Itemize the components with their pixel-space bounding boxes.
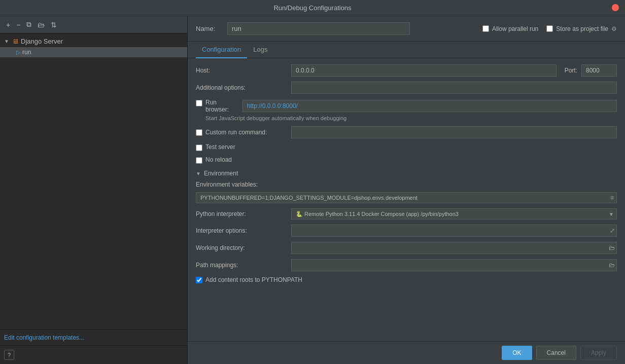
left-panel: + − ⧉ 🗁 ⇅ ▼ 🖥 Django Server ▷ run Edit c… xyxy=(0,16,188,364)
working-dir-label: Working directory: xyxy=(196,244,287,251)
close-button[interactable] xyxy=(612,4,619,11)
tab-configuration[interactable]: Configuration xyxy=(196,42,247,58)
add-roots-checkbox[interactable] xyxy=(196,277,202,283)
config-tree: ▼ 🖥 Django Server ▷ run xyxy=(0,33,187,330)
env-vars-label: Environment variables: xyxy=(196,181,617,188)
working-dir-input-wrapper: 🗁 xyxy=(291,242,617,254)
environment-label: Environment xyxy=(204,170,238,177)
path-mappings-row: Path mappings: 🗁 xyxy=(196,259,617,271)
custom-run-label[interactable]: Custom run command: xyxy=(205,129,267,136)
run-config-icon: ▷ xyxy=(16,49,20,56)
interpreter-label: Python interpreter: xyxy=(196,210,287,217)
config-tabs: Configuration Logs xyxy=(188,42,625,58)
folder-config-button[interactable]: 🗁 xyxy=(36,20,47,30)
test-server-label[interactable]: Test server xyxy=(205,143,235,151)
interpreter-options-label: Interpreter options: xyxy=(196,227,287,234)
interpreter-select[interactable]: 🐍 Remote Python 3.11.4 Docker Compose (a… xyxy=(291,208,617,220)
interpreter-options-input[interactable] xyxy=(291,225,617,237)
environment-section-header[interactable]: ▼ Environment xyxy=(196,170,617,177)
name-label: Name: xyxy=(196,25,221,32)
no-reload-row: No reload xyxy=(196,156,617,164)
working-dir-row: Working directory: 🗁 xyxy=(196,242,617,254)
allow-parallel-group: Allow parallel run xyxy=(482,25,538,32)
config-name-input[interactable] xyxy=(227,22,410,35)
left-panel-footer: Edit configuration templates... xyxy=(0,330,187,345)
env-vars-input[interactable] xyxy=(196,192,617,203)
working-dir-browse-icon[interactable]: 🗁 xyxy=(609,244,615,251)
remove-config-button[interactable]: − xyxy=(14,20,22,30)
path-mappings-browse-icon[interactable]: 🗁 xyxy=(609,262,615,269)
allow-parallel-label[interactable]: Allow parallel run xyxy=(492,25,538,32)
title-bar: Run/Debug Configurations xyxy=(0,0,625,16)
django-server-icon: 🖥 xyxy=(12,38,19,45)
run-browser-row: Run browser: Start JavaScript debugger a… xyxy=(196,99,617,121)
port-input[interactable] xyxy=(581,64,617,77)
run-browser-label[interactable]: Run browser: xyxy=(205,99,238,113)
sort-config-button[interactable]: ⇅ xyxy=(49,20,59,30)
tree-group-django[interactable]: ▼ 🖥 Django Server xyxy=(0,35,187,47)
add-config-button[interactable]: + xyxy=(4,20,12,30)
copy-config-button[interactable]: ⧉ xyxy=(24,19,33,30)
path-mappings-label: Path mappings: xyxy=(196,262,287,269)
store-as-project-checkbox[interactable] xyxy=(546,25,553,32)
store-as-project-label[interactable]: Store as project file xyxy=(556,25,608,32)
custom-run-input[interactable] xyxy=(291,126,617,138)
edit-templates-link[interactable]: Edit configuration templates... xyxy=(4,334,84,341)
toolbar: + − ⧉ 🗁 ⇅ xyxy=(0,16,187,33)
apply-button[interactable]: Apply xyxy=(580,346,617,360)
main-content: + − ⧉ 🗁 ⇅ ▼ 🖥 Django Server ▷ run Edit c… xyxy=(0,16,625,364)
tab-logs[interactable]: Logs xyxy=(247,42,273,58)
tree-item-label: run xyxy=(22,49,31,56)
host-input[interactable] xyxy=(291,64,557,77)
interpreter-select-wrapper: 🐍 Remote Python 3.11.4 Docker Compose (a… xyxy=(291,208,617,220)
tree-collapse-arrow: ▼ xyxy=(4,39,10,44)
cancel-button[interactable]: Cancel xyxy=(536,346,576,360)
host-label: Host: xyxy=(196,67,287,74)
environment-arrow-icon: ▼ xyxy=(196,171,201,176)
run-browser-checkbox[interactable] xyxy=(196,100,202,106)
test-server-row: Test server xyxy=(196,143,617,151)
path-mappings-input-wrapper: 🗁 xyxy=(291,259,617,271)
config-form: Host: Port: Additional options: Run brow… xyxy=(188,58,625,341)
add-roots-row: Add content roots to PYTHONPATH xyxy=(196,276,617,283)
env-vars-edit-button[interactable]: ≡ xyxy=(609,193,615,202)
interpreter-options-row: Interpreter options: ⤢ xyxy=(196,225,617,237)
right-panel: Name: Allow parallel run Store as projec… xyxy=(188,16,625,364)
left-panel-bottom: ? xyxy=(0,345,187,364)
add-roots-label[interactable]: Add content roots to PYTHONPATH xyxy=(205,276,302,283)
no-reload-checkbox[interactable] xyxy=(196,157,202,164)
path-mappings-input[interactable] xyxy=(291,259,617,271)
custom-run-checkbox[interactable] xyxy=(196,129,202,136)
tree-item-run[interactable]: ▷ run xyxy=(0,47,187,57)
bottom-bar: OK Cancel Apply xyxy=(188,341,625,364)
interpreter-options-expand-icon[interactable]: ⤢ xyxy=(610,227,615,234)
additional-options-input[interactable] xyxy=(291,82,617,94)
tree-group-label: Django Server xyxy=(21,38,63,45)
no-reload-label[interactable]: No reload xyxy=(205,156,232,163)
browser-url-input[interactable] xyxy=(242,100,617,112)
dialog-title: Run/Debug Configurations xyxy=(273,4,351,12)
additional-options-label: Additional options: xyxy=(196,84,287,91)
store-as-project-group: Store as project file ⚙ xyxy=(546,25,617,32)
working-dir-input[interactable] xyxy=(291,242,617,254)
interpreter-row: Python interpreter: 🐍 Remote Python 3.11… xyxy=(196,208,617,220)
additional-options-row: Additional options: xyxy=(196,82,617,94)
run-browser-content: Run browser: Start JavaScript debugger a… xyxy=(205,99,617,121)
js-debugger-text: Start JavaScript debugger automatically … xyxy=(205,115,617,121)
custom-run-row: Custom run command: xyxy=(196,126,617,138)
config-header: Name: Allow parallel run Store as projec… xyxy=(188,16,625,42)
env-vars-row: Environment variables: ≡ xyxy=(196,181,617,203)
ok-button[interactable]: OK xyxy=(502,346,532,360)
interpreter-options-input-wrapper: ⤢ xyxy=(291,225,617,237)
help-button[interactable]: ? xyxy=(4,350,14,360)
host-row: Host: Port: xyxy=(196,64,617,77)
allow-parallel-checkbox[interactable] xyxy=(482,25,489,32)
env-vars-input-wrapper: ≡ xyxy=(196,192,617,203)
test-server-checkbox[interactable] xyxy=(196,144,202,151)
header-options: Allow parallel run Store as project file… xyxy=(482,25,617,32)
gear-icon[interactable]: ⚙ xyxy=(611,25,617,32)
port-label: Port: xyxy=(565,67,577,74)
